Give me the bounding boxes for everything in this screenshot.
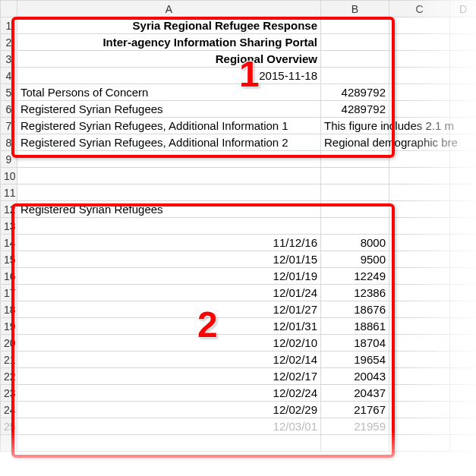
cell-B10[interactable] [321, 168, 389, 184]
cell-B4[interactable] [321, 68, 389, 84]
cell-A26[interactable] [17, 435, 321, 452]
cell-A10[interactable] [17, 168, 321, 184]
cell-D16[interactable] [450, 268, 477, 285]
cell-A13[interactable] [17, 218, 321, 235]
row-header[interactable]: 14 [1, 235, 17, 251]
cell-A14[interactable]: 11/12/16 [17, 235, 321, 251]
cell-C6[interactable] [389, 101, 450, 118]
cell-C11[interactable] [389, 184, 450, 201]
cell-C21[interactable] [389, 351, 450, 368]
cell-D4[interactable] [450, 68, 477, 84]
cell-D1[interactable] [450, 17, 477, 34]
cell-C18[interactable] [389, 301, 450, 318]
cell-A2[interactable]: Inter-agency Information Sharing Portal [17, 34, 321, 51]
cell-B5[interactable]: 4289792 [321, 84, 389, 101]
cell-D10[interactable] [450, 168, 477, 184]
row-header[interactable]: 7 [1, 118, 17, 134]
cell-D24[interactable] [450, 402, 477, 418]
row-header[interactable]: 5 [1, 84, 17, 101]
row-header[interactable] [1, 435, 17, 452]
row-header[interactable]: 10 [1, 168, 17, 184]
cell-B15[interactable]: 9500 [321, 251, 389, 268]
cell-B19[interactable]: 18861 [321, 318, 389, 335]
col-header-C[interactable]: C [389, 1, 450, 17]
row-header[interactable]: 21 [1, 351, 17, 368]
cell-A3[interactable]: Regional Overview [17, 51, 321, 68]
cell-A20[interactable]: 12/02/10 [17, 335, 321, 351]
cell-C5[interactable] [389, 84, 450, 101]
cell-B16[interactable]: 12249 [321, 268, 389, 285]
row-header[interactable]: 9 [1, 151, 17, 168]
cell-B1[interactable] [321, 17, 389, 34]
cell-D12[interactable] [450, 201, 477, 218]
cell-A1[interactable]: Syria Regional Refugee Response [17, 17, 321, 34]
cell-A19[interactable]: 12/01/31 [17, 318, 321, 335]
cell-B6[interactable]: 4289792 [321, 101, 389, 118]
cell-B13[interactable] [321, 218, 389, 235]
cell-C23[interactable] [389, 385, 450, 402]
cell-B23[interactable]: 20437 [321, 385, 389, 402]
cell-C12[interactable] [389, 201, 450, 218]
cell-A24[interactable]: 12/02/29 [17, 402, 321, 418]
cell-B8[interactable]: Regional demographic bre [321, 134, 389, 151]
row-header[interactable]: 16 [1, 268, 17, 285]
cell-C14[interactable] [389, 235, 450, 251]
row-header[interactable]: 18 [1, 301, 17, 318]
cell-D20[interactable] [450, 335, 477, 351]
cell-A23[interactable]: 12/02/24 [17, 385, 321, 402]
col-header-B[interactable]: B [321, 1, 389, 17]
cell-A8[interactable]: Registered Syrian Refugees, Additional I… [17, 134, 321, 151]
col-header-A[interactable]: A [17, 1, 321, 17]
cell-D25[interactable] [450, 418, 477, 435]
cell-D18[interactable] [450, 301, 477, 318]
row-header[interactable]: 22 [1, 368, 17, 385]
cell-B2[interactable] [321, 34, 389, 51]
row-header[interactable]: 1 [1, 17, 17, 34]
row-header[interactable]: 24 [1, 402, 17, 418]
cell-C17[interactable] [389, 285, 450, 301]
cell-D5[interactable] [450, 84, 477, 101]
cell-D22[interactable] [450, 368, 477, 385]
cell-C13[interactable] [389, 218, 450, 235]
cell-C10[interactable] [389, 168, 450, 184]
row-header[interactable]: 11 [1, 184, 17, 201]
row-header[interactable]: 15 [1, 251, 17, 268]
cell-C24[interactable] [389, 402, 450, 418]
row-header[interactable]: 3 [1, 51, 17, 68]
col-header-D[interactable]: D [450, 1, 477, 17]
cell-D23[interactable] [450, 385, 477, 402]
row-header[interactable]: 4 [1, 68, 17, 84]
cell-C1[interactable] [389, 17, 450, 34]
cell-D9[interactable] [450, 151, 477, 168]
cell-B11[interactable] [321, 184, 389, 201]
cell-B14[interactable]: 8000 [321, 235, 389, 251]
row-header[interactable]: 6 [1, 101, 17, 118]
cell-B18[interactable]: 18676 [321, 301, 389, 318]
grid[interactable]: A B C D 1 Syria Regional Refugee Respons… [0, 0, 476, 452]
row-header[interactable]: 8 [1, 134, 17, 151]
cell-C19[interactable] [389, 318, 450, 335]
cell-B26[interactable] [321, 435, 389, 452]
cell-B24[interactable]: 21767 [321, 402, 389, 418]
cell-A6[interactable]: Registered Syrian Refugees [17, 101, 321, 118]
cell-D11[interactable] [450, 184, 477, 201]
cell-D17[interactable] [450, 285, 477, 301]
cell-A16[interactable]: 12/01/19 [17, 268, 321, 285]
cell-A21[interactable]: 12/02/14 [17, 351, 321, 368]
cell-C25[interactable] [389, 418, 450, 435]
cell-C20[interactable] [389, 335, 450, 351]
cell-A22[interactable]: 12/02/17 [17, 368, 321, 385]
cell-C26[interactable] [389, 435, 450, 452]
row-header[interactable]: 23 [1, 385, 17, 402]
cell-D13[interactable] [450, 218, 477, 235]
cell-A15[interactable]: 12/01/15 [17, 251, 321, 268]
row-header[interactable]: 19 [1, 318, 17, 335]
cell-A25[interactable]: 12/03/01 [17, 418, 321, 435]
cell-B7[interactable]: This figure includes 2.1 m [321, 118, 389, 134]
row-header[interactable]: 2 [1, 34, 17, 51]
cell-D14[interactable] [450, 235, 477, 251]
cell-D3[interactable] [450, 51, 477, 68]
cell-C22[interactable] [389, 368, 450, 385]
row-header[interactable]: 17 [1, 285, 17, 301]
cell-D6[interactable] [450, 101, 477, 118]
